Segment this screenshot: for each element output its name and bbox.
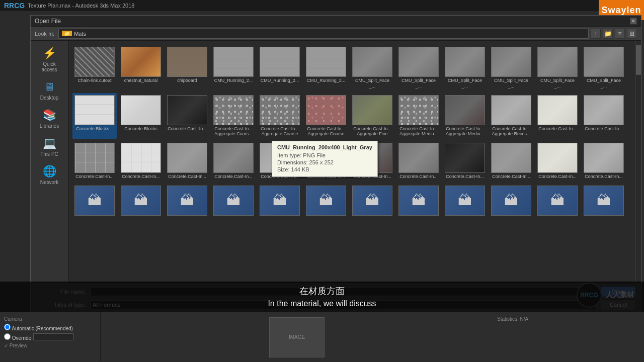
list-item[interactable]: 🏔: [582, 184, 626, 219]
list-item[interactable]: 🏔: [72, 184, 117, 219]
file-name-label: CMU_Running_2...: [214, 78, 253, 83]
sidebar-item-this-pc[interactable]: 💻 This PC: [33, 135, 66, 159]
file-name-label: CMU_Running_2...: [261, 78, 299, 83]
file-name-label: Concrete.Cast-In... Aggregate.Coarse: [306, 126, 346, 137]
list-item[interactable]: CMU_Split_Face_...: [582, 45, 626, 91]
dialog-close-button[interactable]: ✕: [630, 18, 637, 25]
view-toggle-button[interactable]: ≡: [615, 29, 625, 39]
file-name-label: Concrete.Cast-In... Aggregate.Mediu...: [445, 126, 485, 137]
file-name-label: CMU_Split_Face_...: [352, 78, 392, 89]
list-item[interactable]: Concrete.Cast-In... Aggregate.Reces...: [489, 93, 533, 139]
file-name-label: Concrete.Cast-In...: [585, 174, 623, 179]
list-item[interactable]: Concrete.Cast-In... Aggregate.Coarse: [258, 93, 302, 139]
this-pc-icon: 💻: [43, 137, 56, 150]
file-name-label: CMU_Split_Face_...: [398, 78, 439, 89]
list-item[interactable]: Chain-link.cutout: [72, 45, 117, 91]
list-item[interactable]: CMU_Split_Face_...: [489, 45, 533, 91]
sidebar-item-network[interactable]: 🌐 Network: [33, 163, 66, 187]
sidebar-item-libraries[interactable]: 📚 Libraries: [33, 107, 66, 131]
list-item[interactable]: Concrete.Cast-In...: [72, 141, 117, 182]
list-item[interactable]: Concrete.Blocks...: [72, 93, 117, 139]
file-name-label: Concrete.Cast-In...: [585, 126, 623, 132]
list-item[interactable]: Concrete.Cast-In... Aggregate.Fine: [350, 93, 394, 139]
list-item[interactable]: Concrete.Cast-In...: [535, 141, 580, 182]
desktop-icon: 🖥: [44, 80, 55, 94]
list-item[interactable]: 🏔: [489, 184, 533, 219]
list-item[interactable]: 🏔: [396, 184, 441, 219]
list-item[interactable]: Concrete.Cast-In...: [165, 141, 209, 182]
automatic-option[interactable]: Automatic (Recommended): [4, 324, 73, 331]
tooltip-dimensions: Dimensions: 256 x 252: [277, 159, 372, 165]
list-item[interactable]: 🏔: [165, 184, 209, 219]
bottom-panel: Camera Automatic (Recommended) Override …: [0, 312, 644, 362]
list-item[interactable]: Concrete.Cast-In...: [443, 141, 487, 182]
list-item[interactable]: CMU_Split_Face_...: [396, 45, 441, 91]
subtitle-english: In the material, we will discuss: [268, 299, 376, 308]
preview-label: ✓ Preview: [4, 343, 96, 348]
look-in-label: Look In:: [35, 31, 54, 37]
list-item[interactable]: Concrete.Blocks: [119, 93, 163, 139]
file-name-label: CMU_Split_Face_...: [445, 78, 485, 89]
override-input[interactable]: [33, 333, 73, 340]
list-item[interactable]: CMU_Running_2...: [304, 45, 348, 91]
list-item[interactable]: 🏔: [350, 184, 394, 219]
list-item[interactable]: CMU_Split_Face_...: [350, 45, 394, 91]
list-item[interactable]: CMU_Split_Face_...: [535, 45, 580, 91]
scrollbar-thumb[interactable]: [636, 45, 641, 75]
list-item[interactable]: Concrete.Cast-In... Aggregate.Coars...: [211, 93, 256, 139]
list-item[interactable]: chipboard: [165, 45, 209, 91]
list-item[interactable]: Concrete.Cast-In...: [489, 141, 533, 182]
file-tooltip: CMU_Running_200x400_Light_Gray Item type…: [272, 141, 378, 177]
sidebar-item-quick-access[interactable]: ⚡ Quick access: [33, 45, 66, 74]
list-item[interactable]: Concrete.Cast-In...: [535, 93, 580, 139]
list-item[interactable]: Concrete.Cast-In...: [396, 141, 441, 182]
list-item[interactable]: Concrete.Cast-In... Aggregate.Mediu...: [443, 93, 487, 139]
view-large-button[interactable]: ⊞: [627, 29, 637, 39]
file-name-label: CMU_Split_Face_...: [491, 78, 531, 89]
list-item[interactable]: CMU_Split_Face_...: [443, 45, 487, 91]
file-name-label: Concrete.Cast_In...: [168, 126, 207, 132]
vertical-scrollbar[interactable]: [635, 41, 641, 283]
list-item[interactable]: Concrete.Cast-In...: [582, 93, 626, 139]
path-bar[interactable]: 📁 Mats: [58, 29, 589, 39]
desktop-label: Desktop: [40, 95, 59, 101]
file-name-label: Chain-link.cutout: [77, 78, 111, 83]
camera-label: Camera: [4, 316, 96, 322]
override-option-row: Override: [4, 333, 96, 341]
list-item[interactable]: Concrete.Cast_In...: [165, 93, 209, 139]
file-name-label: Concrete.Cast-In...: [122, 174, 160, 179]
this-pc-label: This PC: [40, 151, 58, 157]
left-sidebar: ⚡ Quick access 🖥 Desktop 📚 Libraries 💻 T…: [31, 41, 68, 283]
list-item[interactable]: Concrete.Cast-In... Aggregate.Mediu...: [396, 93, 441, 139]
network-label: Network: [40, 179, 59, 185]
file-name-label: Concrete.Cast-In... Aggregate.Fine: [352, 126, 392, 137]
list-item[interactable]: 🏔: [304, 184, 348, 219]
file-name-label: Concrete.Cast-In...: [446, 174, 484, 179]
new-folder-button[interactable]: 📁: [603, 29, 613, 39]
list-item[interactable]: CMU_Running_2...: [258, 45, 302, 91]
list-item[interactable]: chestnut_natural: [119, 45, 163, 91]
file-name-label: Concrete.Cast-In... Aggregate.Coars...: [213, 126, 254, 137]
list-item[interactable]: 🏔: [535, 184, 580, 219]
file-name-label: Concrete.Cast-In...: [75, 174, 114, 179]
sidebar-item-desktop[interactable]: 🖥 Desktop: [33, 78, 66, 103]
list-item[interactable]: 🏔: [211, 184, 256, 219]
app-title: Texture Plan.max - Autodesk 3ds Max 2018: [28, 3, 134, 9]
file-name-label: CMU_Running_2...: [307, 78, 346, 83]
up-folder-button[interactable]: ↑: [591, 29, 601, 39]
list-item[interactable]: 🏔: [443, 184, 487, 219]
override-option[interactable]: Override: [4, 333, 31, 341]
list-item[interactable]: Concrete.Cast-In...: [119, 141, 163, 182]
list-item[interactable]: 🏔: [119, 184, 163, 219]
list-item[interactable]: Concrete.Cast-In... Aggregate.Coarse: [304, 93, 348, 139]
list-item[interactable]: Concrete.Cast-In...: [211, 141, 256, 182]
app-logo-small: RRCG: [4, 2, 25, 10]
file-name-label: CMU_Split_Face_...: [537, 78, 578, 89]
list-item[interactable]: 🏔: [258, 184, 302, 219]
dialog-toolbar: Look In: 📁 Mats ↑ 📁 ≡ ⊞: [31, 27, 641, 41]
libraries-icon: 📚: [43, 109, 56, 122]
file-name-label: Concrete.Blocks...: [76, 126, 113, 132]
file-name-label: Concrete.Cast-In... Aggregate.Mediu...: [398, 126, 439, 137]
list-item[interactable]: Concrete.Cast-In...: [582, 141, 626, 182]
list-item[interactable]: CMU_Running_2...: [211, 45, 256, 91]
